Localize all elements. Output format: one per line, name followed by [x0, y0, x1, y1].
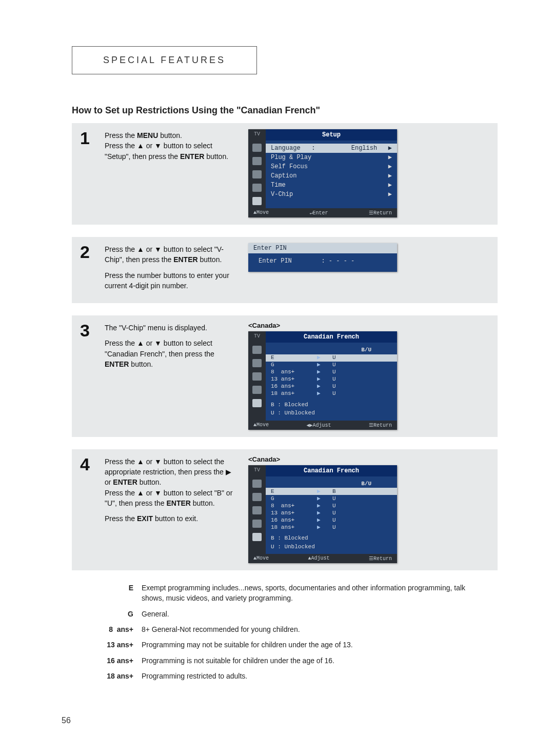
- setup-icon: [252, 399, 262, 407]
- step-1: 1 Press the MENU button. Press the ▲ or …: [72, 123, 498, 225]
- definition-value: Programming may not be suitable for chil…: [142, 640, 482, 650]
- definition-key: 13 ans+: [92, 640, 142, 650]
- sound-icon: [252, 157, 262, 165]
- channel-icon: [252, 506, 262, 514]
- osd3-legend: B : Blocked U : Unblocked: [271, 401, 392, 417]
- osd-rating-row: 18 ans+▶U: [271, 390, 392, 397]
- step-2-text: Press the ▲ or ▼ button to select "V-Chi…: [105, 242, 238, 296]
- ratings-definitions: EExempt programming includes...news, spo…: [72, 583, 498, 681]
- sound-icon: [252, 493, 262, 501]
- definition-value: Programming is not suitable for children…: [142, 655, 482, 666]
- setup-icon: [252, 197, 262, 205]
- osd-setup-menu: TV Setup Language :English ▶Plug & Play▶…: [248, 129, 397, 217]
- osd-icon-column: [248, 343, 266, 421]
- section-label-text: SPECIAL FEATURES: [103, 55, 226, 65]
- osd-pin-body: Enter PIN : - - - -: [248, 253, 397, 272]
- osd4-content: B/U E▶BG▶U8 ans+▶U13 ans+▶U16 ans+▶U18 a…: [266, 476, 397, 554]
- function-icon: [252, 386, 262, 394]
- channel-icon: [252, 170, 262, 178]
- definition-value: Programming restricted to adults.: [142, 671, 482, 681]
- page-number: 56: [62, 716, 71, 725]
- osd4-header: B/U: [271, 480, 392, 488]
- osd-canadian-french-3: TV Canadian French B/U E▶UG▶U8 ans+▶U13 …: [248, 331, 397, 430]
- step-4-number: 4: [80, 455, 94, 473]
- page-subtitle: How to Set up Restrictions Using the "Ca…: [72, 105, 498, 116]
- setup-icon: [252, 533, 262, 541]
- osd-menu-row: Time▶: [271, 181, 392, 190]
- definition-row: 18 ans+Programming restricted to adults.: [92, 671, 482, 681]
- definition-row: 8 ans+8+ General-Not recommended for you…: [92, 624, 482, 634]
- step-1-text: Press the MENU button. Press the ▲ or ▼ …: [105, 128, 238, 167]
- step-3-osd-wrap: <Canada> TV Canadian French B/U: [248, 321, 489, 430]
- osd-pin-title: Enter PIN: [248, 243, 397, 253]
- section-label: SPECIAL FEATURES: [72, 46, 257, 74]
- definition-row: 16 ans+Programming is not suitable for c…: [92, 655, 482, 666]
- osd-title: Canadian French: [266, 465, 397, 476]
- sound-icon: [252, 359, 262, 367]
- osd-menu-row: Language :English ▶: [266, 144, 397, 153]
- osd-icon-column: [248, 141, 266, 208]
- step-1-osd-wrap: TV Setup Language :English ▶Plug & Play▶…: [248, 128, 489, 217]
- osd3-header: B/U: [271, 346, 392, 354]
- step-4-text: Press the ▲ or ▼ button to select the ap…: [105, 454, 238, 529]
- definition-key: G: [92, 609, 142, 619]
- definition-row: GGeneral.: [92, 609, 482, 619]
- osd-icon-column: [248, 476, 266, 554]
- osd-setup-rows: Language :English ▶Plug & Play▶Self Focu…: [266, 141, 397, 208]
- manual-page: SPECIAL FEATURES How to Set up Restricti…: [0, 0, 554, 756]
- picture-icon: [252, 346, 262, 354]
- definition-value: 8+ General-Not recommended for young chi…: [142, 624, 482, 634]
- definition-key: 8 ans+: [92, 624, 142, 634]
- osd-menu-row: Self Focus▶: [271, 162, 392, 171]
- picture-icon: [252, 480, 262, 488]
- arrow-right-icon: ▶: [317, 389, 332, 398]
- definition-key: 18 ans+: [92, 671, 142, 681]
- step-2-osd-wrap: Enter PIN Enter PIN : - - - -: [248, 242, 489, 272]
- osd3-content: B/U E▶UG▶U8 ans+▶U13 ans+▶U16 ans+▶U18 a…: [266, 343, 397, 421]
- definition-row: 13 ans+Programming may not be suitable f…: [92, 640, 482, 650]
- osd-menu-row: V-Chip▶: [271, 190, 392, 199]
- function-icon: [252, 520, 262, 528]
- step-3-osd-caption: <Canada>: [248, 322, 280, 329]
- channel-icon: [252, 372, 262, 381]
- step-2: 2 Press the ▲ or ▼ button to select "V-C…: [72, 237, 498, 303]
- definition-key: E: [92, 583, 142, 593]
- picture-icon: [252, 144, 262, 152]
- osd-footer: ▲Move ◀▶Adjust ☰Return: [248, 421, 397, 430]
- osd4-legend: B : Blocked U : Unblocked: [271, 534, 392, 551]
- step-4-osd-caption: <Canada>: [248, 455, 280, 463]
- osd-tv-label: TV: [248, 465, 266, 476]
- function-icon: [252, 184, 262, 192]
- step-3: 3 The "V-Chip" menu is displayed. Press …: [72, 315, 498, 437]
- osd-tv-label: TV: [248, 129, 266, 141]
- osd-title: Setup: [266, 129, 397, 141]
- step-3-number: 3: [80, 322, 94, 339]
- osd-footer: ▲Move ▲Adjust ☰Return: [248, 554, 397, 563]
- step-1-number: 1: [80, 129, 94, 147]
- definition-value: Exempt programming includes...news, spor…: [142, 583, 482, 604]
- osd-tv-label: TV: [248, 331, 266, 343]
- step-2-number: 2: [80, 243, 94, 261]
- definition-row: EExempt programming includes...news, spo…: [92, 583, 482, 604]
- osd-menu-row: Caption▶: [271, 171, 392, 181]
- step-4: 4 Press the ▲ or ▼ button to select the …: [72, 449, 498, 571]
- osd-menu-row: Plug & Play▶: [271, 153, 392, 162]
- definition-key: 16 ans+: [92, 655, 142, 666]
- step-3-text: The "V-Chip" menu is displayed. Press th…: [105, 321, 238, 374]
- osd-canadian-french-4: TV Canadian French B/U E▶BG▶U8 ans+▶U13 …: [248, 465, 397, 564]
- osd-footer: ▲Move ↵Enter ☰Return: [248, 208, 397, 217]
- step-4-osd-wrap: <Canada> TV Canadian French B/U: [248, 454, 489, 564]
- definition-value: General.: [142, 609, 482, 619]
- arrow-right-icon: ▶: [317, 523, 332, 532]
- osd-enter-pin: Enter PIN Enter PIN : - - - -: [248, 243, 397, 272]
- osd-title: Canadian French: [266, 331, 397, 343]
- osd-rating-row: 18 ans+▶U: [271, 524, 392, 531]
